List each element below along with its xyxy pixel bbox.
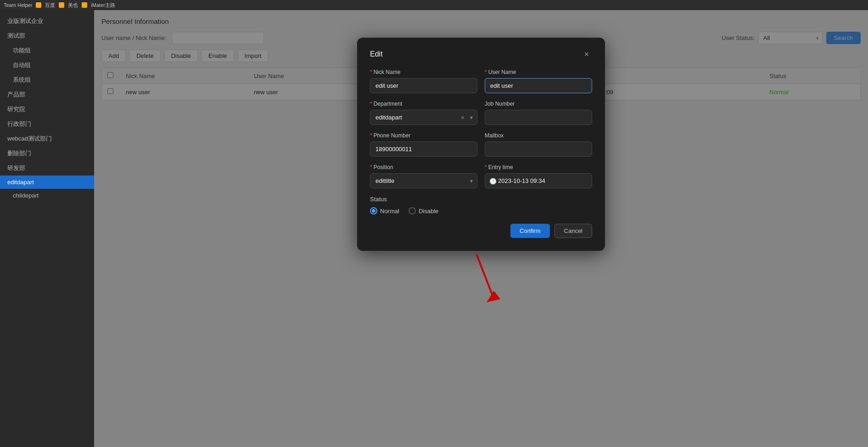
position-required: * (370, 164, 372, 170)
phone-required: * (370, 132, 372, 139)
modal-close-button[interactable]: × (581, 49, 592, 60)
position-label: *Position (370, 164, 477, 170)
svg-line-0 (476, 254, 493, 295)
cancel-button[interactable]: Cancel (554, 224, 592, 238)
mailbox-group: Mailbox (485, 132, 592, 157)
sidebar-item-8[interactable]: 删除部门 (0, 146, 94, 161)
dept-required: * (370, 101, 372, 107)
topbar-dot3-label: iMater主路 (91, 2, 115, 9)
phone-label: *Phone Number (370, 132, 477, 139)
phone-input[interactable] (370, 141, 477, 157)
position-group: *Position ▾ (370, 164, 477, 188)
arrow-pointer (467, 249, 504, 311)
job-number-input[interactable] (485, 110, 592, 125)
position-select-wrap: ▾ (370, 173, 477, 188)
form-row-1: *Nick Name *User Name (370, 69, 592, 93)
nick-name-label: *Nick Name (370, 69, 477, 75)
topbar-dot1-label: 百度 (45, 2, 55, 9)
clock-icon: 🕐 (489, 177, 497, 184)
sidebar-item-0[interactable]: 测试部 (0, 28, 94, 43)
mailbox-input[interactable] (485, 141, 592, 157)
phone-group: *Phone Number (370, 132, 477, 157)
form-row-4: *Position ▾ *Entry time 🕐 (370, 164, 592, 188)
status-radio-group: Normal Disable (370, 207, 592, 215)
svg-marker-1 (487, 291, 500, 302)
sidebar-item-11[interactable]: childepart (0, 189, 94, 202)
edit-modal: Edit × *Nick Name *User Name (357, 38, 605, 251)
entry-time-wrap: 🕐 (485, 173, 592, 188)
sidebar-item-6[interactable]: 行政部门 (0, 117, 94, 131)
nick-name-required: * (370, 69, 372, 75)
position-input[interactable] (370, 173, 477, 188)
sidebar-company[interactable]: 业版测试企业 (0, 14, 94, 28)
department-label: *Department (370, 101, 477, 107)
topbar-app-label: Team Helper (4, 2, 32, 8)
sidebar-item-1[interactable]: 功能组 (0, 43, 94, 58)
sidebar: 业版测试企业 测试部 功能组 自动组 系统组 产品部 研究院 行政部门 webc… (0, 10, 94, 447)
nick-name-group: *Nick Name (370, 69, 477, 93)
topbar-dot2 (59, 2, 64, 8)
job-number-label: Job Number (485, 101, 592, 107)
modal-footer: Confirm Cancel (370, 224, 592, 238)
department-group: *Department × ▾ (370, 101, 477, 125)
mailbox-label: Mailbox (485, 132, 592, 139)
content-area: Personnel Information User name / Nick N… (94, 10, 868, 447)
topbar-dot1 (36, 2, 41, 8)
entry-time-group: *Entry time 🕐 (485, 164, 592, 188)
status-normal-option[interactable]: Normal (370, 207, 399, 215)
form-row-2: *Department × ▾ Job Number (370, 101, 592, 125)
entry-time-input[interactable] (485, 173, 592, 188)
sidebar-item-10[interactable]: editdapart (0, 175, 94, 189)
status-section: Status Normal Disable (370, 196, 592, 215)
status-disable-option[interactable]: Disable (409, 207, 438, 215)
user-name-input[interactable] (485, 78, 592, 93)
modal-title: Edit (370, 50, 383, 58)
status-disable-radio[interactable] (409, 207, 416, 215)
user-name-required: * (485, 69, 487, 75)
nick-name-input[interactable] (370, 78, 477, 93)
status-normal-radio[interactable] (370, 207, 377, 215)
status-main-label: Status (370, 196, 592, 203)
sidebar-item-2[interactable]: 自动组 (0, 58, 94, 73)
sidebar-item-9[interactable]: 研发部 (0, 161, 94, 175)
department-arrow-icon: ▾ (470, 114, 473, 121)
status-disable-label: Disable (419, 208, 438, 215)
confirm-button[interactable]: Confirm (510, 224, 550, 238)
sidebar-item-5[interactable]: 研究院 (0, 102, 94, 117)
department-select-wrap: × ▾ (370, 110, 477, 125)
modal-header: Edit × (370, 49, 592, 60)
status-normal-label: Normal (380, 208, 399, 215)
sidebar-item-3[interactable]: 系统组 (0, 73, 94, 87)
sidebar-item-7[interactable]: webcad测试部门 (0, 131, 94, 146)
sidebar-item-4[interactable]: 产品部 (0, 87, 94, 102)
user-name-group: *User Name (485, 69, 592, 93)
department-clear-icon[interactable]: × (461, 114, 465, 121)
topbar-dot2-label: 美也 (68, 2, 78, 9)
entry-time-required: * (485, 164, 487, 170)
modal-overlay: Edit × *Nick Name *User Name (94, 10, 868, 447)
job-number-group: Job Number (485, 101, 592, 125)
topbar: Team Helper 百度 美也 iMater主路 (0, 0, 868, 10)
form-row-3: *Phone Number Mailbox (370, 132, 592, 157)
entry-time-label: *Entry time (485, 164, 592, 170)
topbar-dot3 (82, 2, 87, 8)
user-name-label: *User Name (485, 69, 592, 75)
